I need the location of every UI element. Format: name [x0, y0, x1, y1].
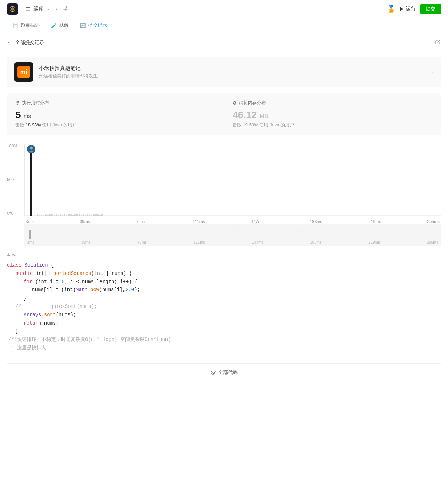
back-button[interactable]: ←	[7, 40, 13, 46]
promo-card[interactable]: mi 小米秋招真题笔记 永远相信美好的事情即将发生 →	[7, 57, 441, 87]
stat-memory-header: ⚙ 消耗内存分布	[233, 100, 433, 106]
code-line-3: for (int i = 0; i < nums.length; i++) {	[7, 278, 441, 286]
code-line-10: /**快速排序，不稳定，时间复杂度O(n * logn) 空间复杂度O(n*lo…	[7, 336, 441, 344]
x-label-147ms: 147ms	[251, 219, 264, 224]
mini-bar	[81, 215, 82, 216]
content: ← 全部提交记录 mi 小米秋招真题笔记 永远相信美好的事情即将发生 → ⏱ 执…	[0, 33, 448, 483]
mini-bar	[39, 215, 40, 216]
fn-sort: sort	[44, 311, 56, 319]
comment-2: /**快速排序，不稳定，时间复杂度O(n * logn) 空间复杂度O(n*lo…	[8, 336, 171, 344]
tab-description[interactable]: 📄 题目描述	[7, 18, 46, 33]
y-axis-labels: 100% 50% 0%	[7, 141, 24, 224]
tab-solution[interactable]: 🧪 题解	[46, 18, 74, 33]
mini-x-183ms: 183ms	[310, 240, 321, 244]
mini-dot-group: · · · · · ·	[427, 228, 438, 232]
x-label-3ms: 3ms	[26, 219, 34, 224]
comment-3: * 这里是快排入口	[8, 344, 51, 352]
chart-body: 3ms 39ms 75ms 111ms 147ms 183ms 219ms 25…	[24, 141, 441, 224]
mini-bar	[66, 215, 67, 216]
chart-area: 100% 50% 0%	[7, 141, 441, 246]
stat-time-header: ⏱ 执行用时分布	[15, 100, 215, 106]
show-all-button[interactable]: 全部代码	[7, 363, 441, 381]
code-line-5: }	[7, 294, 441, 303]
submit-button[interactable]: 提交	[420, 4, 441, 14]
header-title: 题库	[33, 6, 44, 12]
svg-rect-2	[26, 10, 30, 11]
fn-pow: pow	[90, 286, 99, 294]
mini-x-39ms: 39ms	[81, 240, 91, 244]
class-name: Solution	[24, 261, 48, 270]
stat-memory-number: 46.12	[233, 109, 257, 120]
list-icon	[25, 6, 31, 12]
code-section: Java class Solution { public int[] sorte…	[7, 246, 441, 358]
mini-bar	[89, 214, 90, 216]
code-language: Java	[7, 252, 441, 257]
y-label-100: 100%	[7, 144, 24, 148]
tab-submissions[interactable]: 🔄 提交记录	[74, 18, 113, 33]
promo-arrow: →	[428, 68, 434, 76]
run-button[interactable]: 运行	[400, 6, 416, 12]
promo-subtitle: 永远相信美好的事情即将发生	[39, 73, 428, 79]
stat-time-beat: 击败 18.93% 使用 Java 的用户	[15, 122, 215, 128]
type-int: int	[36, 270, 44, 278]
mini-dot-group: · · · · · ·	[294, 228, 305, 232]
stat-memory-unit: MB	[260, 113, 268, 119]
header-right: 🏅 运行 提交	[386, 4, 441, 14]
mini-bar	[74, 214, 76, 216]
shuffle-button[interactable]	[63, 5, 69, 13]
mini-bar	[56, 214, 57, 216]
mini-x-3ms: 3ms	[27, 240, 34, 244]
arrays-class: Arrays	[24, 311, 41, 319]
mini-chart: · · · · · · · · · · · · · · · · · · · · …	[24, 224, 441, 246]
stat-time-number: 5	[15, 109, 21, 120]
stat-time: ⏱ 执行用时分布 5 ms 击败 18.93% 使用 Java 的用户	[7, 93, 224, 135]
logo[interactable]	[7, 3, 18, 15]
tab-submissions-label: 提交记录	[88, 22, 107, 28]
mini-bar	[99, 215, 101, 216]
stat-memory: ⚙ 消耗内存分布 46.12 MB 击败 19.59% 使用 Java 的用户	[224, 93, 441, 135]
kw-public: public	[15, 270, 33, 278]
time-icon: ⏱	[15, 100, 20, 106]
cast-int: int	[64, 286, 73, 294]
promo-logo-inner: mi	[17, 66, 30, 78]
x-label-75ms: 75ms	[136, 219, 146, 224]
expand-icon	[211, 370, 216, 375]
chart-main: 100% 50% 0%	[7, 141, 441, 224]
promo-text: 小米秋招真题笔记 永远相信美好的事情即将发生	[39, 65, 428, 79]
mini-bar	[95, 214, 97, 216]
num-zero: 0	[62, 278, 64, 286]
header: 题库 ‹ › 🏅 运行 提交	[0, 0, 448, 18]
mini-bar	[58, 215, 59, 216]
stat-memory-value: 46.12 MB	[233, 109, 433, 121]
prev-button[interactable]: ‹	[47, 5, 51, 14]
mini-bar	[70, 214, 72, 216]
x-label-183ms: 183ms	[310, 219, 322, 224]
code-line-7: Arrays.sort(nums);	[7, 311, 441, 319]
code-line-11: * 这里是快排入口	[7, 344, 441, 352]
mini-bar	[83, 214, 84, 216]
fn-sorted: sortedSquares	[53, 270, 91, 278]
code-block: class Solution { public int[] sortedSqua…	[7, 261, 441, 352]
x-axis-labels: 3ms 39ms 75ms 111ms 147ms 183ms 219ms 25…	[24, 219, 441, 224]
tab-solution-label: 题解	[59, 22, 69, 28]
next-button[interactable]: ›	[54, 5, 58, 14]
x-label-39ms: 39ms	[80, 219, 90, 224]
back-nav-label: 全部提交记录	[15, 40, 44, 46]
mini-bar	[41, 215, 42, 216]
mini-bar	[97, 214, 99, 216]
header-nav: 题库 ‹ ›	[25, 5, 69, 14]
svg-rect-0	[26, 7, 30, 8]
code-line-9: }	[7, 327, 441, 336]
mini-bar	[54, 215, 55, 216]
star-icon[interactable]: 🏅	[386, 5, 396, 14]
link-icon[interactable]	[435, 39, 441, 47]
code-line-2: public int[] sortedSquares(int[] nums) {	[7, 270, 441, 278]
mini-dot-group: · · · · · ·	[94, 228, 105, 232]
mini-bar	[62, 215, 63, 216]
mini-x-255ms: 255ms	[427, 240, 438, 244]
mini-x-147ms: 147ms	[252, 240, 263, 244]
mini-bar	[76, 214, 78, 216]
chart-grid	[24, 144, 441, 216]
mini-bar	[37, 214, 38, 216]
x-label-219ms: 219ms	[368, 219, 381, 224]
